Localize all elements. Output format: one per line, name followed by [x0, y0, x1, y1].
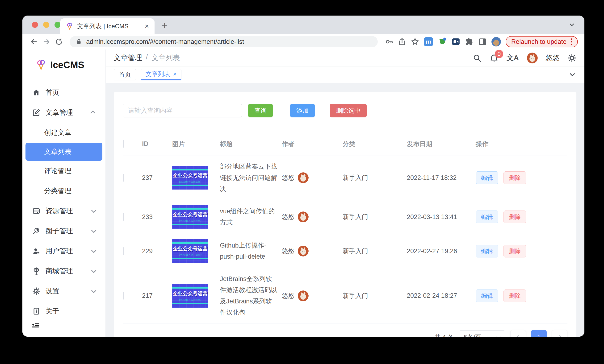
tab-list-chevron-down-icon[interactable]	[568, 71, 576, 79]
tab-close-icon[interactable]: ×	[173, 71, 176, 78]
article-thumbnail[interactable]: 企业公众号运营 企业公众号怎么运营?	[172, 284, 208, 308]
row-checkbox[interactable]	[123, 292, 124, 300]
thumbnail-title: 企业公众号运营	[173, 211, 208, 218]
delete-button[interactable]: 删除	[503, 210, 526, 223]
query-button[interactable]: 查询	[248, 104, 273, 117]
column-id: ID	[142, 140, 172, 147]
page-1-button[interactable]: 1	[531, 330, 547, 337]
about-icon	[32, 307, 40, 315]
sidebar-item-circle-management[interactable]: 圈子管理	[22, 221, 105, 241]
row-checkbox[interactable]	[123, 174, 124, 182]
loom-icon[interactable]	[451, 37, 460, 46]
back-icon[interactable]	[29, 37, 39, 46]
article-title[interactable]: JetBrains全系列软件激活教程激活码以及JetBrains系列软件汉化包	[220, 273, 282, 318]
user-avatar[interactable]	[527, 53, 538, 63]
notification-bell-icon[interactable]: 0	[490, 53, 499, 62]
user-icon	[32, 247, 40, 255]
sidebar-item-comment-management[interactable]: 评论管理	[22, 161, 105, 181]
sidebar-item-user-management[interactable]: 用户管理	[22, 241, 105, 261]
article-title[interactable]: Github上传操作-push-pull-delete	[220, 240, 282, 262]
page-size-value: 5条/页	[464, 333, 481, 337]
author-avatar	[298, 211, 309, 222]
delete-button[interactable]: 删除	[503, 290, 526, 302]
table-header-row: ID 图片 标题 作者 分类 发布日期 操作	[123, 131, 567, 156]
sidebar-item-about[interactable]: 关于	[22, 301, 105, 321]
share-icon[interactable]	[398, 38, 406, 46]
article-id: 217	[142, 292, 172, 299]
extensions-puzzle-icon[interactable]	[465, 37, 474, 46]
key-icon[interactable]	[385, 38, 393, 46]
sidebar-item-create-article[interactable]: 创建文章	[22, 122, 105, 143]
evernote-icon[interactable]	[438, 37, 447, 46]
search-input[interactable]	[123, 104, 242, 117]
bookmark-star-icon[interactable]	[411, 37, 419, 46]
app-header: 文章管理 / 文章列表 0 文A 悠悠	[106, 49, 584, 66]
collapse-sidebar-icon[interactable]	[31, 321, 40, 330]
article-thumbnail[interactable]: 企业公众号运营 企业公众号怎么运营?	[172, 239, 208, 263]
edit-button[interactable]: 编辑	[476, 210, 498, 223]
article-title[interactable]: vue组件之间传值的方式	[220, 206, 282, 228]
edit-button[interactable]: 编辑	[476, 290, 498, 302]
sidebar-item-home[interactable]: 首页	[22, 83, 105, 103]
delete-selected-button[interactable]: 删除选中	[330, 104, 367, 117]
search-icon[interactable]	[473, 53, 481, 62]
delete-button[interactable]: 删除	[503, 245, 526, 257]
row-checkbox[interactable]	[123, 213, 124, 221]
reload-icon[interactable]	[54, 38, 64, 46]
article-date: 2022-02-27 19:26	[407, 248, 476, 255]
forward-icon[interactable]	[41, 37, 52, 46]
resource-icon	[32, 207, 40, 215]
edit-button[interactable]: 编辑	[476, 171, 498, 184]
author-name: 悠悠	[282, 173, 294, 182]
browser-profile-avatar[interactable]	[491, 37, 501, 47]
header-settings-gear-icon[interactable]	[567, 53, 576, 62]
add-button[interactable]: 添加	[290, 104, 315, 117]
notification-badge: 0	[495, 50, 503, 58]
article-title[interactable]: 部分地区蓝奏云下载链接无法访问问题解决	[220, 161, 282, 194]
article-thumbnail[interactable]: 企业公众号运营 企业公众号怎么运营?	[172, 205, 208, 229]
sidebar-item-article-management[interactable]: 文章管理	[22, 103, 105, 122]
select-all-checkbox[interactable]	[123, 140, 124, 148]
sidebar-item-settings[interactable]: 设置	[22, 281, 105, 301]
page-size-select[interactable]: 5条/页	[459, 330, 505, 337]
edit-button[interactable]: 编辑	[476, 245, 498, 257]
delete-button[interactable]: 删除	[503, 171, 526, 184]
row-checkbox[interactable]	[123, 247, 124, 255]
close-window-button[interactable]	[32, 22, 38, 28]
tab-home[interactable]: 首页	[114, 69, 136, 80]
app-logo-text: IceCMS	[50, 60, 85, 70]
maximize-window-button[interactable]	[54, 22, 61, 28]
tab-article-list[interactable]: 文章列表 ×	[141, 69, 181, 80]
chevron-down-icon	[91, 208, 96, 213]
minimize-window-button[interactable]	[43, 22, 49, 28]
breadcrumb-article-management[interactable]: 文章管理	[114, 53, 142, 63]
app-logo[interactable]: IceCMS	[22, 49, 105, 70]
pagination: 共 4 条 5条/页 1	[114, 323, 576, 337]
sidebar-item-resource-management[interactable]: 资源管理	[22, 201, 105, 221]
username-text[interactable]: 悠悠	[546, 53, 559, 63]
translate-icon[interactable]: 文A	[506, 53, 519, 63]
article-thumbnail[interactable]: 企业公众号运营 企业公众号怎么运营?	[172, 166, 208, 190]
tab-close-icon[interactable]: ×	[145, 22, 149, 30]
side-panel-icon[interactable]	[478, 37, 487, 46]
tab-search-chevron-icon[interactable]	[568, 21, 576, 28]
table-row: 229 企业公众号运营 企业公众号怎么运营? Github上传操作-push-p…	[123, 234, 567, 268]
sidebar-item-category-management[interactable]: 分类管理	[22, 181, 105, 201]
next-page-button[interactable]	[552, 330, 567, 337]
thumbnail-subtitle: 企业公众号怎么运营?	[179, 219, 201, 223]
sidebar-item-article-list[interactable]: 文章列表	[25, 143, 102, 161]
gear-icon	[32, 287, 40, 295]
extension-m-icon[interactable]: m	[424, 37, 433, 46]
favicon-icecream-icon	[66, 22, 73, 30]
relaunch-to-update-button[interactable]: Relaunch to update	[506, 36, 578, 47]
prev-page-button[interactable]	[510, 330, 526, 337]
column-ops: 操作	[476, 140, 567, 148]
address-bar[interactable]: admin.icecmspro.com/#/content-management…	[70, 36, 378, 47]
article-id: 229	[142, 248, 172, 255]
chevron-down-icon	[496, 334, 501, 337]
browser-tab[interactable]: 文章列表 | IceCMS ×	[60, 18, 154, 34]
chevron-down-icon	[91, 268, 96, 273]
browser-menu-kebab-icon[interactable]	[571, 38, 572, 45]
sidebar-item-shop-management[interactable]: 商城管理	[22, 261, 105, 281]
new-tab-button[interactable]: +	[162, 20, 168, 32]
